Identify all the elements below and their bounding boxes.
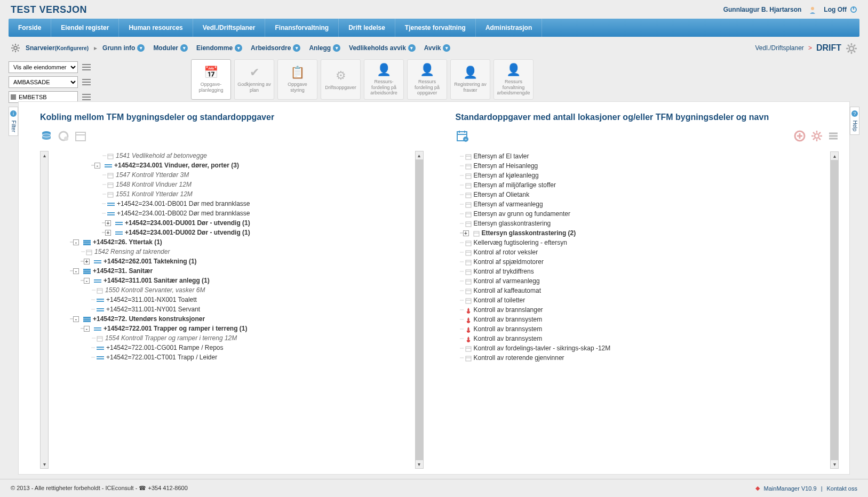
tree-node[interactable]: ┈Ettersyn av grunn og fundamenter xyxy=(456,209,826,219)
tree-node[interactable]: ┈1550 Kontroll Servanter, vasker 6M xyxy=(49,285,411,295)
main-nav-item[interactable]: Finansforvaltning xyxy=(265,19,339,37)
sub-nav-item[interactable]: Moduler▾ xyxy=(153,44,188,52)
tree-node[interactable]: ┈++14542=234.001-DU001 Dør - utvendig (1… xyxy=(49,218,411,228)
shortcuts-label[interactable]: Snarveier(Konfigurere) xyxy=(26,44,89,52)
tree-node[interactable]: ┈-+14542=26. Yttertak (1) xyxy=(49,237,411,247)
tree-node[interactable]: ┈+14542=311.001-NX001 Toalett xyxy=(49,295,411,304)
main-nav-item[interactable]: Human resources xyxy=(119,19,193,37)
toolbar-button[interactable]: ✔Godkjenning av plan xyxy=(234,59,274,100)
filter-properties-select[interactable]: Vis alle eiendommer xyxy=(9,61,78,73)
tree-node[interactable]: ┈Eftersyn af El tavler xyxy=(456,151,826,161)
tree-node[interactable]: ┈Kontroll av roterende gjenvinner xyxy=(456,353,826,363)
tree-node[interactable]: ┈+14542=311.001-NY001 Servant xyxy=(49,304,411,314)
toolbar-button[interactable]: 👤Ressurs forvaltning arbeidsmengde xyxy=(493,59,533,100)
filter-category-select[interactable]: AMBASSADE xyxy=(9,76,78,88)
filter-side-tab[interactable]: i Filter xyxy=(9,107,18,136)
sub-nav-item[interactable]: Arbeidsordre▾ xyxy=(251,44,300,52)
tree-node[interactable]: ┈-+14542=72. Utendørs konstruksjoner xyxy=(49,314,411,324)
tree-node[interactable]: ┈Eftersyn af varmeanlegg xyxy=(456,199,826,209)
add-circle-icon[interactable] xyxy=(794,130,806,142)
main-nav-item[interactable]: Administrasjon xyxy=(476,19,542,37)
tree-toggle[interactable]: - xyxy=(94,163,100,169)
main-nav-item[interactable]: Drift ledelse xyxy=(339,19,395,37)
gear-icon[interactable] xyxy=(811,130,823,142)
sub-nav-item[interactable]: Avvik▾ xyxy=(424,44,451,52)
tree-node[interactable]: ┈-+14542=31. Sanitær xyxy=(49,266,411,276)
main-nav-item[interactable]: Vedl./Driftsplaner xyxy=(193,19,266,37)
tree-node[interactable]: ┈Eftersyn af Olietank xyxy=(456,190,826,199)
tree-node[interactable]: ┈1551 Kontroll Ytterdør 12M xyxy=(49,189,411,199)
breadcrumb-parent[interactable]: Vedl./Driftsplaner xyxy=(755,44,803,52)
scrollbar-left-outer[interactable]: ▴▾ xyxy=(40,151,49,469)
scrollbar-left-inner[interactable]: ▴▾ xyxy=(415,151,424,469)
tree-node[interactable]: ┈+14542=234.001-DB001 Dør med brannklass… xyxy=(49,199,411,209)
help-side-tab[interactable]: ? Help xyxy=(850,107,859,135)
tree-node[interactable]: ┈Kontroll af toiletter xyxy=(456,295,826,305)
tree-node[interactable]: ┈1547 Kontroll Ytterdør 3M xyxy=(49,170,411,180)
tree-toggle[interactable]: + xyxy=(463,230,469,236)
tree-node[interactable]: ┈Ettersyn glasskontrastering xyxy=(456,219,826,228)
tree-node[interactable]: ┈Kontrol af spjældmotorer xyxy=(456,257,826,267)
tree-node[interactable]: ┈Kontrol af varmeanlegg xyxy=(456,276,826,286)
list-icon[interactable] xyxy=(82,79,91,85)
toolbar-button[interactable]: 👤Ressurs fordeling på oppgaver xyxy=(407,59,447,100)
logoff-link[interactable]: Log Off xyxy=(824,6,857,13)
tree-node[interactable]: ┈+14542=234.001-DB002 Dør med brannklass… xyxy=(49,209,411,218)
tree-node[interactable]: ┈-+14542=311.001 Sanitær anlegg (1) xyxy=(49,276,411,285)
tree-node[interactable]: ┈Kellervæg fugtisolering - eftersyn xyxy=(456,238,826,247)
main-nav-item[interactable]: Forside xyxy=(9,19,51,37)
tree-node[interactable]: ┈1554 Kontroll Trapper og ramper i terre… xyxy=(49,333,411,343)
tree-node[interactable]: ┈Eftersyn af kjøleanlegg xyxy=(456,171,826,180)
tree-toggle[interactable]: + xyxy=(105,220,111,226)
tree-node[interactable]: ┈++14542=234.001-DU002 Dør - utvendig (1… xyxy=(49,228,411,237)
tree-node[interactable]: ┈+14542=722.001-CT001 Trapp / Leider xyxy=(49,352,411,362)
toolbar-button[interactable]: 📋Oppgave styring xyxy=(277,59,317,100)
toolbar-button[interactable]: ⚙Driftsoppgaver xyxy=(321,59,361,100)
sub-nav-item[interactable]: Eiendomme▾ xyxy=(196,44,242,52)
tree-node[interactable]: ┈-+14542=722.001 Trapper og ramper i ter… xyxy=(49,324,411,333)
toolbar-button[interactable]: 👤Ressurs-fordeling på arbeidsordre xyxy=(364,59,404,100)
sub-nav-item[interactable]: Grunn info▾ xyxy=(102,44,145,52)
tree-node[interactable]: ┈Eftersyn af Heisanlegg xyxy=(456,161,826,171)
tree-node[interactable]: ┈Kontrol af rotor veksler xyxy=(456,247,826,257)
sub-nav-item[interactable]: Vedlikeholds avvik▾ xyxy=(349,44,416,52)
list-icon[interactable] xyxy=(82,64,91,70)
database-icon[interactable] xyxy=(40,129,53,142)
tree-node[interactable]: ┈Kontrol af trykdiffrens xyxy=(456,267,826,276)
calendar-icon[interactable] xyxy=(74,129,87,142)
tree-node[interactable]: ┈Eftersyn af miljöfarlige stoffer xyxy=(456,180,826,190)
footer-contact-link[interactable]: Kontakt oss xyxy=(827,485,857,492)
tree-toggle[interactable]: - xyxy=(73,239,79,245)
toolbar-button[interactable]: 👤Registrering av fravær xyxy=(450,59,490,100)
tree-node[interactable]: ┈+14542=722.001-CG001 Rampe / Repos xyxy=(49,343,411,352)
tree-toggle[interactable]: + xyxy=(84,259,90,264)
menu-icon[interactable] xyxy=(828,130,839,142)
tree-node[interactable]: ┈++14542=262.001 Taktekning (1) xyxy=(49,256,411,266)
calendar-add-icon[interactable]: + xyxy=(456,129,469,143)
sub-nav-item[interactable]: Anlegg▾ xyxy=(309,44,340,52)
tree-toggle[interactable]: - xyxy=(84,278,90,284)
tree-node[interactable]: ┈Kontroll av brannsystem xyxy=(456,334,826,343)
tree-node[interactable]: ┈1541 Vedlikehold af betonvegge xyxy=(49,151,411,161)
tree-node[interactable]: ┈Kontroll af kaffeautomat xyxy=(456,286,826,295)
main-nav-item[interactable]: Eiendel register xyxy=(51,19,119,37)
tree-node[interactable]: ┈Kontroll av fordelings-tavler - sikring… xyxy=(456,343,826,353)
tree-toggle[interactable]: - xyxy=(73,316,79,322)
tree-node[interactable]: ┈Kontroll av brannslanger xyxy=(456,305,826,315)
tree-node[interactable]: ┈Kontroll av brannsystem xyxy=(456,315,826,324)
settings-gear-icon[interactable] xyxy=(846,41,857,55)
main-nav-item[interactable]: Tjeneste forvaltning xyxy=(395,19,476,37)
tree-toggle[interactable]: + xyxy=(105,230,111,236)
tree-toggle[interactable]: - xyxy=(84,326,90,332)
tree-node[interactable]: ┈-+14542=234.001 Vinduer, dører, porter … xyxy=(49,161,411,170)
toolbar-button[interactable]: 📅Oppgave-planlegging xyxy=(191,59,231,100)
tree-node[interactable]: ┈1548 Kontroll Vinduer 12M xyxy=(49,180,411,189)
tree-node[interactable]: ┈+Ettersyn glasskontrastering (2) xyxy=(456,228,826,238)
tree-toggle[interactable]: - xyxy=(73,268,79,274)
tree-node[interactable]: ┈1542 Rensing af takrender xyxy=(49,247,411,256)
tree-node[interactable]: ┈Kontroll av brannsystem xyxy=(456,324,826,334)
gear-icon[interactable] xyxy=(11,43,20,53)
scrollbar-right[interactable]: ▴▾ xyxy=(830,151,839,469)
list-icon[interactable] xyxy=(82,94,91,100)
link-icon[interactable] xyxy=(57,129,70,142)
